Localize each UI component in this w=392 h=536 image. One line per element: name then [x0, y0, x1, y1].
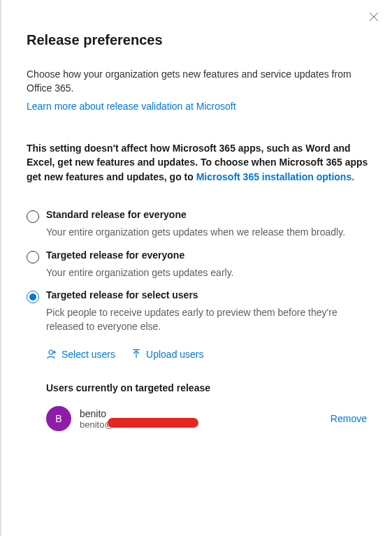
targeted-users-section: Users currently on targeted release B be…	[46, 382, 370, 431]
redaction-mark	[108, 418, 198, 428]
page-title: Release preferences	[27, 32, 370, 48]
radio-checked-icon	[27, 291, 39, 303]
close-icon	[369, 12, 379, 22]
select-users-label: Select users	[61, 349, 115, 360]
option-desc: Your entire organization gets updates ea…	[46, 266, 370, 280]
remove-user-button[interactable]: Remove	[331, 413, 367, 424]
option-targeted-select-users[interactable]: Targeted release for select users	[27, 289, 370, 303]
option-label: Targeted release for everyone	[46, 249, 184, 261]
user-name: benito	[80, 408, 114, 419]
upload-users-label: Upload users	[146, 349, 204, 360]
option-label: Standard release for everyone	[46, 209, 187, 220]
option-label: Targeted release for select users	[46, 289, 198, 300]
avatar: B	[46, 406, 71, 431]
upload-icon	[131, 349, 142, 360]
select-users-button[interactable]: Select users	[46, 349, 115, 360]
user-row: B benito benito@ Remove	[46, 406, 370, 431]
close-button[interactable]	[367, 10, 381, 24]
installation-options-link[interactable]: Microsoft 365 installation options.	[196, 171, 354, 182]
notice-text: This setting doesn't affect how Microsof…	[27, 141, 370, 184]
option-standard-release[interactable]: Standard release for everyone	[27, 209, 370, 223]
option-desc: Pick people to receive updates early to …	[46, 306, 370, 333]
option-targeted-everyone[interactable]: Targeted release for everyone	[27, 249, 370, 263]
user-actions: Select users Upload users	[46, 349, 370, 360]
person-add-icon	[46, 349, 57, 360]
upload-users-button[interactable]: Upload users	[131, 349, 204, 360]
intro-text: Choose how your organization gets new fe…	[27, 68, 370, 95]
radio-unchecked-icon	[27, 210, 39, 223]
release-options: Standard release for everyone Your entir…	[27, 209, 370, 333]
radio-unchecked-icon	[27, 251, 39, 263]
users-heading: Users currently on targeted release	[46, 382, 370, 393]
learn-more-link[interactable]: Learn more about release validation at M…	[27, 101, 236, 112]
option-desc: Your entire organization gets updates wh…	[46, 226, 370, 240]
svg-point-2	[49, 350, 53, 354]
